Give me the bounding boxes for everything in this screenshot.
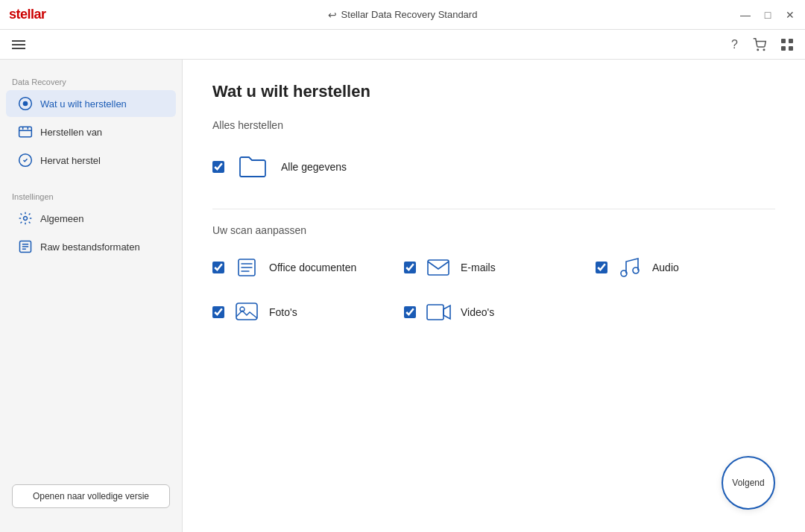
- all-data-checkbox[interactable]: [212, 161, 224, 173]
- svg-rect-8: [19, 127, 32, 136]
- section-divider: [212, 209, 775, 209]
- help-icon[interactable]: ?: [731, 38, 738, 51]
- upgrade-button[interactable]: Openen naar volledige versie: [12, 484, 170, 508]
- raw-formats-icon: [18, 239, 33, 254]
- office-checkbox[interactable]: [212, 262, 224, 273]
- audio-item: Audio: [596, 248, 775, 287]
- next-button-wrapper: Volgend: [722, 456, 775, 510]
- video-label: Video's: [461, 306, 494, 318]
- svg-point-7: [23, 101, 28, 107]
- title-bar-center: ↩ Stellar Data Recovery Standard: [328, 9, 478, 21]
- audio-label: Audio: [652, 262, 679, 273]
- audio-icon: [616, 254, 643, 281]
- grid-icon[interactable]: [781, 39, 793, 51]
- office-label: Office documenten: [269, 262, 356, 273]
- video-item: Video's: [404, 293, 584, 332]
- email-item: E-mails: [404, 248, 584, 287]
- section2-title: Uw scan aanpassen: [212, 224, 775, 236]
- email-icon: [425, 254, 452, 281]
- resume-icon: [18, 153, 33, 168]
- restore-target-icon: [18, 96, 33, 111]
- sidebar-item-label: Wat u wilt herstellen: [40, 98, 127, 110]
- all-data-item: Alle gegevens: [212, 143, 775, 191]
- sidebar-item-label: Algemeen: [40, 213, 84, 224]
- sidebar: Data Recovery Wat u wilt herstellen Hers…: [0, 60, 183, 532]
- restore-from-icon: [18, 124, 33, 139]
- svg-rect-4: [781, 46, 786, 51]
- svg-point-1: [763, 49, 765, 51]
- svg-rect-2: [781, 39, 786, 43]
- title-bar-controls: — □ ✕: [739, 9, 796, 21]
- sidebar-footer: Openen naar volledige versie: [0, 472, 182, 520]
- title-bar: stellar ↩ Stellar Data Recovery Standard…: [0, 0, 805, 30]
- svg-rect-3: [789, 39, 793, 43]
- svg-point-10: [24, 217, 28, 221]
- sidebar-item-herstellen-van[interactable]: Herstellen van: [6, 118, 176, 145]
- svg-rect-18: [427, 305, 443, 320]
- settings-icon: [18, 211, 33, 226]
- all-data-label: Alle gegevens: [281, 161, 347, 173]
- content-area: Wat u wilt herstellen Alles herstellen A…: [183, 60, 805, 532]
- sidebar-item-algemeen[interactable]: Algemeen: [6, 205, 176, 232]
- title-bar-left: stellar: [9, 7, 46, 22]
- video-icon: [425, 299, 452, 326]
- page-title: Wat u wilt herstellen: [212, 82, 775, 101]
- photos-item: Foto's: [212, 293, 392, 332]
- sidebar-item-label: Hervat herstel: [40, 155, 101, 166]
- folder-icon: [236, 151, 269, 183]
- sidebar-section2-title: Instellingen: [0, 186, 182, 204]
- video-checkbox[interactable]: [404, 306, 416, 318]
- toolbar-right: ?: [731, 38, 793, 51]
- sidebar-item-label: Herstellen van: [40, 127, 102, 138]
- back-icon[interactable]: ↩: [328, 9, 337, 21]
- sidebar-item-wat-herstellen[interactable]: Wat u wilt herstellen: [6, 90, 176, 117]
- close-button[interactable]: ✕: [784, 9, 796, 21]
- file-types-grid: Office documenten E-mails: [212, 248, 775, 332]
- svg-point-0: [757, 49, 759, 51]
- sidebar-item-label: Raw bestandsformaten: [40, 241, 140, 253]
- photos-label: Foto's: [269, 306, 297, 318]
- email-label: E-mails: [461, 262, 496, 273]
- sidebar-item-hervat[interactable]: Hervat herstel: [6, 147, 176, 174]
- cart-icon[interactable]: [753, 38, 766, 51]
- office-icon: [233, 254, 260, 281]
- svg-rect-5: [789, 46, 793, 51]
- section1-title: Alles herstellen: [212, 119, 775, 131]
- sidebar-section1-title: Data Recovery: [0, 72, 182, 89]
- toolbar: ?: [0, 30, 805, 60]
- svg-rect-16: [236, 303, 257, 320]
- all-data-group: Alle gegevens: [212, 143, 775, 191]
- next-button[interactable]: Volgend: [722, 456, 775, 510]
- sidebar-item-raw[interactable]: Raw bestandsformaten: [6, 233, 176, 260]
- window-title: Stellar Data Recovery Standard: [341, 9, 478, 20]
- logo: stellar: [9, 7, 46, 22]
- audio-checkbox[interactable]: [596, 262, 607, 273]
- menu-button[interactable]: [12, 40, 25, 49]
- photos-checkbox[interactable]: [212, 306, 224, 318]
- svg-rect-13: [428, 260, 449, 275]
- photos-icon: [233, 299, 260, 326]
- office-item: Office documenten: [212, 248, 392, 287]
- email-checkbox[interactable]: [404, 262, 416, 273]
- maximize-button[interactable]: □: [762, 9, 774, 21]
- main-layout: Data Recovery Wat u wilt herstellen Hers…: [0, 60, 805, 532]
- minimize-button[interactable]: —: [739, 9, 751, 21]
